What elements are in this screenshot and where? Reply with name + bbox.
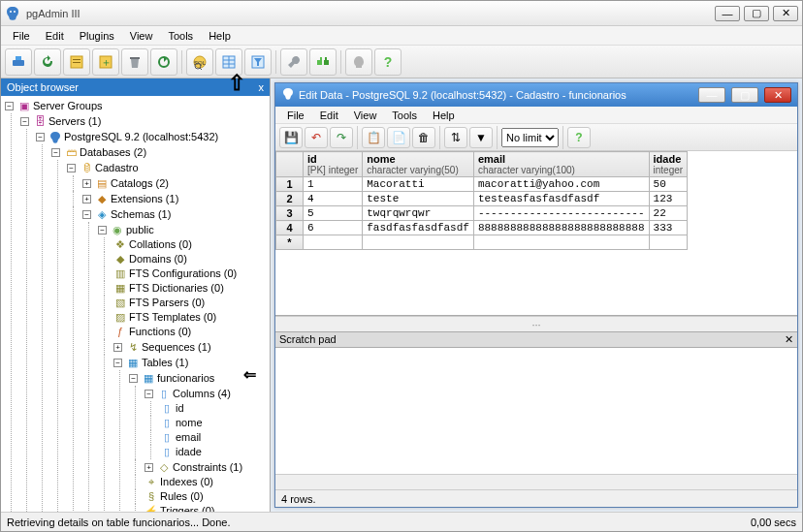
tree-domains[interactable]: Domains (0)	[129, 252, 187, 266]
table-row[interactable]: 24testetesteasfasfasdfasdf123	[276, 192, 688, 206]
help-icon[interactable]: ?	[374, 48, 402, 76]
child-menu-edit[interactable]: Edit	[312, 109, 346, 122]
tree-funcionarios[interactable]: funcionarios	[157, 371, 214, 386]
row-header[interactable]: *	[276, 235, 304, 250]
table-row[interactable]: 46fasdfasfasdfasdf8888888888888888888888…	[276, 221, 688, 235]
collapse-icon[interactable]: −	[145, 390, 153, 398]
object-browser-tree[interactable]: −▣Server Groups −🗄Servers (1) −PostgreSQ…	[1, 96, 270, 512]
row-header[interactable]: 1	[276, 177, 304, 192]
cell-id[interactable]: 5	[304, 206, 363, 221]
child-menu-tools[interactable]: Tools	[384, 109, 425, 122]
row-limit-select[interactable]: No limit	[501, 128, 559, 147]
tree-pg-server[interactable]: PostgreSQL 9.2 (localhost:5432)	[64, 130, 218, 144]
cell-id[interactable]: 6	[304, 221, 363, 235]
cell-idade[interactable]: 333	[649, 221, 688, 235]
guru-hint-icon[interactable]	[345, 48, 372, 76]
collapse-icon[interactable]: −	[5, 102, 14, 110]
collapse-icon[interactable]: −	[82, 210, 91, 219]
plugins-icon[interactable]	[309, 48, 337, 76]
help-icon[interactable]: ?	[567, 127, 591, 148]
expand-icon[interactable]: +	[145, 463, 153, 472]
tree-extensions[interactable]: Extensions (1)	[111, 192, 178, 206]
grid-corner[interactable]	[276, 152, 304, 177]
tree-functions[interactable]: Functions (0)	[129, 325, 191, 339]
tree-rules[interactable]: Rules (0)	[160, 489, 204, 504]
cell-idade[interactable]	[649, 235, 688, 250]
child-menu-help[interactable]: Help	[425, 109, 463, 122]
expand-icon[interactable]: +	[82, 179, 91, 188]
scratch-pad[interactable]	[275, 348, 797, 474]
horizontal-scrollbar[interactable]	[275, 474, 797, 489]
col-header-email[interactable]: emailcharacter varying(100)	[473, 152, 649, 177]
delete-icon[interactable]	[121, 48, 148, 76]
minimize-button[interactable]: —	[715, 6, 740, 21]
tree-databases[interactable]: Databases (2)	[80, 145, 146, 160]
menu-edit[interactable]: Edit	[38, 28, 72, 44]
menu-file[interactable]: File	[5, 28, 38, 44]
tree-col-idade[interactable]: idade	[176, 445, 202, 459]
tree-columns[interactable]: Columns (4)	[173, 387, 231, 401]
menu-tools[interactable]: Tools	[160, 28, 201, 44]
tree-fts-conf[interactable]: FTS Configurations (0)	[129, 266, 237, 281]
child-titlebar[interactable]: Edit Data - PostgreSQL 9.2 (localhost:54…	[275, 83, 797, 107]
tree-cadastro[interactable]: Cadastro	[95, 161, 139, 175]
cell-idade[interactable]: 22	[649, 206, 688, 221]
collapse-icon[interactable]: −	[20, 117, 29, 126]
cell-id[interactable]: 4	[304, 192, 363, 206]
tree-col-id[interactable]: id	[176, 401, 184, 416]
row-header[interactable]: 2	[276, 192, 304, 206]
view-data-icon[interactable]	[215, 48, 242, 76]
cell-nome[interactable]: fasdfasfasdfasdf	[363, 221, 474, 235]
delete-row-icon[interactable]: 🗑	[412, 127, 435, 148]
tree-col-email[interactable]: email	[176, 430, 201, 445]
tree-server-groups[interactable]: Server Groups	[33, 99, 103, 113]
row-header[interactable]: 4	[276, 221, 304, 235]
tree-fts-dict[interactable]: FTS Dictionaries (0)	[129, 281, 224, 296]
tree-catalogs[interactable]: Catalogs (2)	[111, 176, 169, 191]
cell-email[interactable]: testeasfasfasdfasdf	[473, 192, 649, 206]
tree-triggers[interactable]: Triggers (0)	[160, 504, 214, 512]
cell-idade[interactable]: 123	[649, 192, 688, 206]
collapse-icon[interactable]: −	[129, 374, 138, 383]
new-object-icon[interactable]: ＋	[92, 48, 119, 76]
col-header-idade[interactable]: idadeinteger	[649, 152, 688, 177]
reload-icon[interactable]	[150, 48, 177, 76]
tree-indexes[interactable]: Indexes (0)	[160, 475, 213, 489]
refresh-icon[interactable]	[34, 48, 61, 76]
cell-email[interactable]: macoratti@yahoo.com	[473, 177, 649, 192]
col-header-id[interactable]: id[PK] integer	[304, 152, 363, 177]
sql-icon[interactable]: SQL	[186, 48, 213, 76]
child-minimize-button[interactable]: —	[698, 87, 725, 103]
tree-col-nome[interactable]: nome	[176, 416, 203, 430]
tree-collations[interactable]: Collations (0)	[129, 237, 192, 252]
cell-idade[interactable]: 50	[649, 177, 688, 192]
save-icon[interactable]: 💾	[279, 127, 303, 148]
menu-plugins[interactable]: Plugins	[72, 28, 122, 44]
copy-icon[interactable]: 📋	[362, 127, 385, 148]
collapse-icon[interactable]: −	[67, 164, 76, 172]
filter-data-icon[interactable]	[244, 48, 272, 76]
undo-icon[interactable]: ↶	[305, 127, 328, 148]
object-browser-close-icon[interactable]: x	[259, 81, 265, 93]
child-menu-file[interactable]: File	[279, 109, 312, 122]
table-row[interactable]: 35twqrqwrqwr--------------------------22	[276, 206, 688, 221]
connect-icon[interactable]	[5, 48, 32, 76]
close-button[interactable]: ✕	[773, 6, 798, 21]
cell-id[interactable]	[304, 235, 363, 250]
tree-servers[interactable]: Servers (1)	[48, 114, 101, 129]
child-maximize-button[interactable]: ▢	[731, 87, 758, 103]
cell-email[interactable]	[473, 235, 649, 250]
col-header-nome[interactable]: nomecharacter varying(50)	[363, 152, 474, 177]
tree-tables[interactable]: Tables (1)	[142, 356, 188, 370]
cell-id[interactable]: 1	[304, 177, 363, 192]
collapse-icon[interactable]: −	[113, 359, 122, 367]
tree-constraints[interactable]: Constraints (1)	[173, 460, 242, 475]
sort-icon[interactable]: ⇅	[444, 127, 467, 148]
cell-nome[interactable]: twqrqwrqwr	[363, 206, 474, 221]
cell-email[interactable]: --------------------------	[473, 206, 649, 221]
table-row[interactable]: 11Macorattimacoratti@yahoo.com50	[276, 177, 688, 192]
child-menu-view[interactable]: View	[346, 109, 385, 122]
collapse-icon[interactable]: −	[36, 133, 45, 141]
collapse-icon[interactable]: −	[51, 148, 60, 157]
expand-icon[interactable]: +	[113, 343, 122, 352]
